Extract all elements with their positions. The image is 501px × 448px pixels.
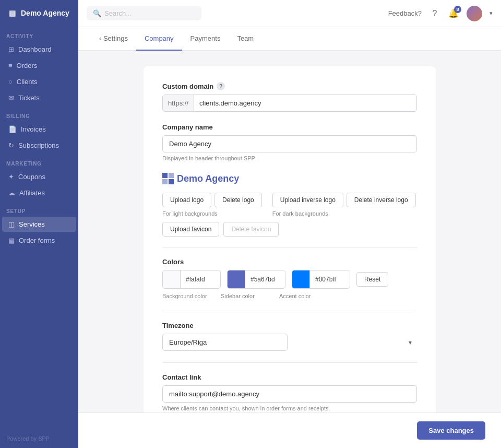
sidebar-item-clients[interactable]: ○ Clients (2, 74, 76, 89)
custom-domain-input-row: https:// (162, 95, 417, 112)
custom-domain-group: Custom domain ? https:// (162, 82, 417, 112)
sidebar-item-label: Affiliates (19, 189, 45, 197)
timezone-group: Timezone Europe/Riga Europe/London Ameri… (162, 322, 417, 351)
custom-domain-prefix: https:// (163, 95, 194, 111)
logo-company-name: Demo Agency (177, 173, 239, 184)
sidebar-item-subscriptions[interactable]: ↻ Subscriptions (2, 138, 76, 153)
custom-domain-help[interactable]: ? (217, 82, 225, 90)
company-name-hint: Displayed in header throughout SPP. (162, 155, 417, 161)
sidebar-item-label: Tickets (18, 94, 40, 102)
sidebar-item-coupons[interactable]: ✦ Coupons (2, 169, 76, 184)
app-logo[interactable]: ▤ Demo Agency (0, 0, 78, 26)
help-icon[interactable]: ? (429, 8, 440, 19)
custom-domain-label: Custom domain ? (162, 82, 417, 90)
favicon-actions: Upload favicon Delete favicon (162, 222, 417, 237)
sidebar-color-swatch[interactable] (228, 270, 245, 288)
divider-2 (162, 311, 417, 311)
sidebar-item-label: Clients (17, 78, 38, 86)
svg-rect-3 (169, 179, 174, 184)
section-setup: SETUP (0, 201, 78, 216)
footer-bar: Save changes (78, 412, 501, 448)
company-name-input[interactable] (162, 135, 417, 152)
logo-preview: Demo Agency (162, 173, 417, 184)
divider-3 (162, 362, 417, 363)
contact-link-input[interactable] (162, 385, 417, 403)
back-arrow-icon: ‹ (99, 34, 103, 42)
sidebar-item-order-forms[interactable]: ▤ Order forms (2, 233, 76, 248)
sidebar-item-label: Orders (17, 62, 38, 69)
tab-company[interactable]: Company (136, 27, 182, 51)
upload-favicon-button[interactable]: Upload favicon (162, 222, 219, 237)
search-box[interactable]: 🔍 Search... (87, 6, 201, 20)
feedback-link[interactable]: Feedback? (388, 9, 422, 17)
colors-label: Colors (162, 258, 417, 266)
custom-domain-input[interactable] (194, 95, 416, 111)
accent-color-swatch[interactable] (292, 270, 310, 288)
logo-preview-icon: Demo Agency (162, 173, 239, 184)
sidebar-item-label: Coupons (18, 173, 45, 181)
topbar: 🔍 Search... Feedback? ? 🔔 8 ▾ (78, 0, 501, 27)
svg-rect-2 (162, 179, 168, 184)
subscriptions-icon: ↻ (8, 142, 14, 149)
bg-color-label: Background color (162, 293, 214, 299)
sidebar-item-label: Subscriptions (18, 142, 59, 149)
upload-inverse-logo-button[interactable]: Upload inverse logo (272, 193, 343, 207)
save-changes-button[interactable]: Save changes (417, 421, 485, 440)
logo-actions: Upload logo Delete logo For light backgr… (162, 193, 417, 217)
color-labels: Background color Sidebar color Accent co… (162, 293, 417, 299)
accent-color-swatch-group[interactable]: #007bff (292, 270, 350, 289)
sidebar-item-orders[interactable]: ≡ Orders (2, 58, 76, 73)
sidebar-color-swatch-group[interactable]: #5a67bd (227, 270, 285, 289)
tab-settings[interactable]: ‹ ‹ SettingsSettings (91, 27, 136, 51)
timezone-select[interactable]: Europe/Riga Europe/London America/New_Yo… (162, 334, 288, 351)
timezone-select-wrap: Europe/Riga Europe/London America/New_Yo… (162, 334, 417, 351)
powered-by: Powered by SPP (0, 429, 78, 448)
chevron-down-icon[interactable]: ▾ (490, 10, 493, 17)
sidebar: ▤ Demo Agency ACTIVITY ⊞ Dashboard ≡ Ord… (0, 0, 78, 448)
sidebar-item-services[interactable]: ◫ Services (2, 217, 76, 232)
tab-team[interactable]: Team (229, 27, 262, 51)
colors-row: #fafafd #5a67bd #007bff Reset (162, 270, 417, 289)
bg-color-swatch[interactable] (163, 270, 181, 288)
sidebar-item-tickets[interactable]: ✉ Tickets (2, 90, 76, 105)
search-icon: 🔍 (93, 9, 101, 17)
timezone-label: Timezone (162, 322, 417, 329)
logo-svg-icon (162, 173, 174, 184)
tab-payments[interactable]: Payments (182, 27, 229, 51)
tabs: ‹ ‹ SettingsSettings Company Payments Te… (78, 27, 501, 51)
content-area: Custom domain ? https:// Company name Di… (78, 51, 501, 412)
tickets-icon: ✉ (8, 94, 14, 102)
order-forms-icon: ▤ (8, 237, 15, 244)
sidebar-item-label: Services (19, 220, 45, 228)
contact-link-label: Contact link (162, 373, 417, 381)
coupons-icon: ✦ (8, 173, 14, 181)
sidebar-color-value: #5a67bd (245, 270, 285, 288)
sidebar-item-invoices[interactable]: 📄 Invoices (2, 122, 76, 137)
notifications-icon[interactable]: 🔔 8 (448, 8, 459, 19)
sidebar-item-dashboard[interactable]: ⊞ Dashboard (2, 42, 76, 57)
logo-icon: ▤ (6, 7, 18, 19)
topbar-right: Feedback? ? 🔔 8 ▾ (388, 6, 493, 21)
delete-logo-button[interactable]: Delete logo (214, 193, 262, 207)
bg-color-swatch-group[interactable]: #fafafd (162, 270, 221, 289)
invoices-icon: 📄 (8, 125, 17, 133)
reset-colors-button[interactable]: Reset (356, 272, 388, 287)
sidebar-item-affiliates[interactable]: ☁ Affiliates (2, 185, 76, 201)
section-activity: ACTIVITY (0, 26, 78, 41)
clients-icon: ○ (8, 78, 13, 86)
notification-badge: 8 (454, 6, 461, 13)
delete-favicon-button[interactable]: Delete favicon (223, 222, 279, 237)
delete-inverse-logo-button[interactable]: Delete inverse logo (347, 193, 416, 207)
sidebar-color-label: Sidebar color (221, 293, 273, 299)
upload-logo-button[interactable]: Upload logo (162, 193, 211, 207)
app-name: Demo Agency (21, 9, 69, 17)
section-marketing: MARKETING (0, 154, 78, 169)
dark-bg-buttons: Upload inverse logo Delete inverse logo (272, 193, 416, 207)
contact-link-group: Contact link Where clients can contact y… (162, 373, 417, 411)
sidebar-item-label: Dashboard (18, 45, 52, 53)
services-icon: ◫ (8, 220, 15, 228)
settings-card: Custom domain ? https:// Company name Di… (144, 66, 436, 412)
avatar[interactable] (467, 6, 482, 21)
company-name-label: Company name (162, 123, 417, 131)
section-billing: BILLING (0, 106, 78, 121)
